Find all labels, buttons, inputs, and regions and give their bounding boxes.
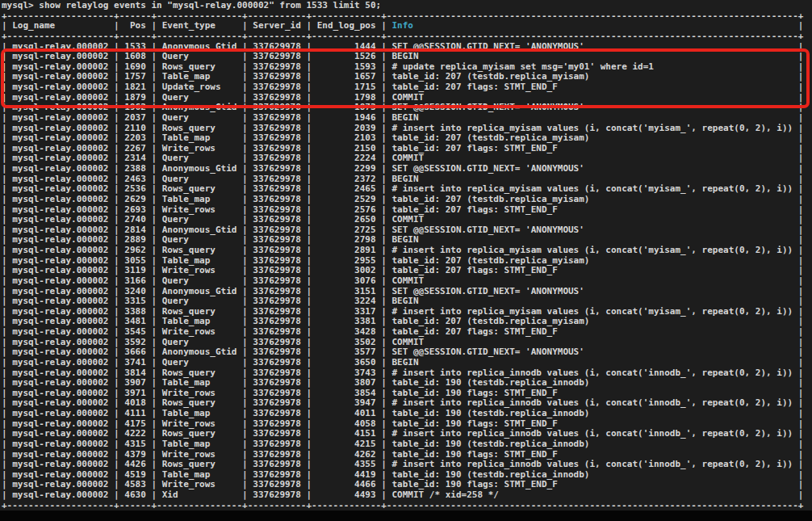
cell-info: table_id: 190 (testdb.replica_innodb): [391, 439, 793, 450]
cell-end-log-pos: 4493: [317, 490, 376, 501]
cell-pos: 4630: [124, 490, 145, 501]
cell-pos: 3907: [124, 378, 145, 389]
table-row: | mysql-relay.000002 | 2037 | Query | 33…: [2, 113, 812, 124]
cell-server-id: 337629978: [253, 246, 301, 256]
cell-server-id: 337629978: [253, 113, 301, 124]
table-row: | mysql-relay.000002 | 4222 | Rows_query…: [2, 429, 812, 439]
cell-server-id: 337629978: [253, 215, 301, 225]
cell-info: SET @@SESSION.GTID_NEXT= 'ANONYMOUS': [391, 287, 793, 297]
cell-server-id: 337629978: [253, 460, 301, 470]
cell-end-log-pos: 3002: [317, 266, 376, 276]
cell-pos: 1962: [124, 103, 145, 113]
cell-end-log-pos: 4355: [317, 460, 376, 470]
cell-log-name: mysql-relay.000002: [12, 296, 108, 307]
cell-log-name: mysql-relay.000002: [12, 429, 108, 439]
cell-end-log-pos: 2891: [317, 246, 376, 256]
cell-event-type: Write_rows: [162, 266, 237, 276]
cell-event-type: Write_rows: [162, 327, 237, 338]
cell-log-name: mysql-relay.000002: [12, 52, 108, 62]
table-border-line: +--------------------+------+-----------…: [2, 32, 812, 42]
cell-log-name: mysql-relay.000002: [12, 184, 108, 195]
cell-event-type: Query: [162, 215, 237, 225]
cell-info: SET @@SESSION.GTID_NEXT= 'ANONYMOUS': [391, 103, 793, 113]
cell-event-type: Rows_query: [162, 184, 237, 195]
cell-server-id: 337629978: [253, 439, 301, 450]
cell-info: table_id: 207 flags: STMT_END_F: [391, 266, 793, 276]
cell-pos: 3119: [124, 266, 145, 276]
table-row: | mysql-relay.000002 | 4315 | Table_map …: [2, 439, 812, 450]
table-row: | mysql-relay.000002 | 1821 | Update_row…: [2, 82, 812, 93]
cell-log-name: mysql-relay.000002: [12, 215, 108, 225]
cell-info: BEGIN: [391, 52, 793, 62]
cell-event-type: Anonymous_Gtid: [162, 164, 237, 174]
table-row: | mysql-relay.000002 | 2203 | Table_map …: [2, 133, 812, 144]
cell-pos: 2629: [124, 195, 145, 205]
cell-end-log-pos: 4151: [317, 429, 376, 439]
cell-event-type: Table_map: [162, 195, 237, 205]
bottom-bar: [0, 510, 812, 521]
cell-log-name: mysql-relay.000002: [12, 378, 108, 389]
cell-server-id: 337629978: [253, 358, 301, 368]
column-header-log-name: Log_name: [12, 21, 108, 32]
cell-info: SET @@SESSION.GTID_NEXT= 'ANONYMOUS': [391, 164, 793, 174]
cell-event-type: Table_map: [162, 409, 237, 419]
cell-end-log-pos: 2103: [317, 133, 376, 144]
cell-log-name: mysql-relay.000002: [12, 358, 108, 368]
cell-event-type: Rows_query: [162, 460, 237, 470]
cell-event-type: Query: [162, 296, 237, 307]
table-row: | mysql-relay.000002 | 3907 | Table_map …: [2, 378, 812, 389]
cell-log-name: mysql-relay.000002: [12, 460, 108, 470]
table-row: | mysql-relay.000002 | 2740 | Query | 33…: [2, 215, 812, 225]
cell-pos: 3315: [124, 296, 145, 307]
cell-end-log-pos: 3807: [317, 378, 376, 389]
cell-event-type: Anonymous_Gtid: [162, 347, 237, 358]
cell-info: # insert into replica_myisam values (i, …: [391, 246, 793, 256]
table-row: | mysql-relay.000002 | 1608 | Query | 33…: [2, 52, 812, 62]
cell-server-id: 337629978: [253, 52, 301, 62]
cell-server-id: 337629978: [253, 133, 301, 144]
terminal-screen: mysql> show relaylog events in "mysql-re…: [0, 0, 812, 510]
cell-info: table_id: 207 flags: STMT_END_F: [391, 144, 793, 154]
cell-info: table_id: 207 flags: STMT_END_F: [391, 327, 793, 338]
table-row: | mysql-relay.000002 | 4426 | Rows_query…: [2, 460, 812, 470]
cell-info: table_id: 207 (testdb.replica_myisam): [391, 195, 793, 205]
table-row: | mysql-relay.000002 | 2962 | Rows_query…: [2, 246, 812, 256]
cell-server-id: 337629978: [253, 184, 301, 195]
cell-info: table_id: 207 (testdb.replica_myisam): [391, 133, 793, 144]
cell-log-name: mysql-relay.000002: [12, 327, 108, 338]
cell-log-name: mysql-relay.000002: [12, 82, 108, 93]
cell-server-id: 337629978: [253, 378, 301, 389]
cell-info: # insert into replica_myisam values (i, …: [391, 184, 793, 195]
cell-log-name: mysql-relay.000002: [12, 490, 108, 501]
cell-event-type: Xid: [162, 490, 237, 501]
cell-pos: 4111: [124, 409, 145, 419]
cell-end-log-pos: 3577: [317, 347, 376, 358]
cell-event-type: Update_rows: [162, 82, 237, 93]
cell-event-type: Query: [162, 52, 237, 62]
cell-end-log-pos: 1526: [317, 52, 376, 62]
cell-end-log-pos: 3076: [317, 276, 376, 287]
column-header-pos: Pos: [124, 21, 145, 32]
cell-info: COMMIT: [391, 215, 793, 225]
cell-server-id: 337629978: [253, 296, 301, 307]
cell-end-log-pos: 2650: [317, 215, 376, 225]
cell-event-type: Query: [162, 113, 237, 124]
cell-event-type: Query: [162, 276, 237, 287]
cell-info: SET @@SESSION.GTID_NEXT= 'ANONYMOUS': [391, 347, 793, 358]
table-row: | mysql-relay.000002 | 3166 | Query | 33…: [2, 276, 812, 287]
cell-log-name: mysql-relay.000002: [12, 347, 108, 358]
cell-info: BEGIN: [391, 296, 793, 307]
cell-info: # insert into replica_innodb values (i, …: [391, 429, 793, 439]
cell-server-id: 337629978: [253, 266, 301, 276]
cell-server-id: 337629978: [253, 82, 301, 93]
cell-end-log-pos: 1715: [317, 82, 376, 93]
cell-pos: 3741: [124, 358, 145, 368]
table-row: | mysql-relay.000002 | 3666 | Anonymous_…: [2, 347, 812, 358]
cell-info: table_id: 190 (testdb.replica_innodb): [391, 378, 793, 389]
cell-info: COMMIT /* xid=258 */: [391, 490, 793, 501]
cell-event-type: Table_map: [162, 378, 237, 389]
cell-server-id: 337629978: [253, 347, 301, 358]
cell-log-name: mysql-relay.000002: [12, 409, 108, 419]
cell-pos: 4426: [124, 460, 145, 470]
table-row: | mysql-relay.000002 | 3741 | Query | 33…: [2, 358, 812, 368]
